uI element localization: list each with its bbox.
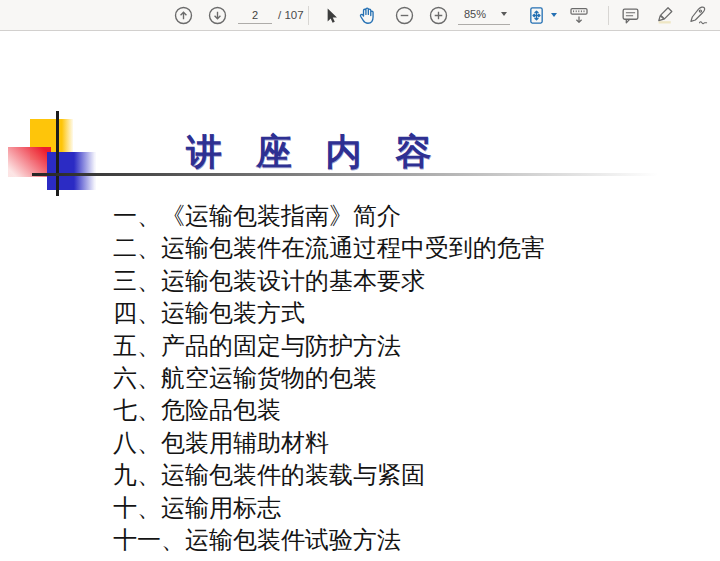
next-page-button[interactable] (206, 4, 229, 27)
toc-item: 七、危险品包装 (113, 394, 673, 426)
toc-item: 二、运输包装件在流通过程中受到的危害 (113, 232, 673, 264)
toc-item: 五、产品的固定与防护方法 (113, 330, 673, 362)
zoom-level-control[interactable]: 85% (458, 5, 510, 25)
fountain-pen-icon (687, 5, 709, 27)
toc-item: 三、运输包装设计的基本要求 (113, 265, 673, 297)
comment-tool-button[interactable] (617, 4, 643, 27)
highlighter-icon (655, 5, 676, 26)
pdf-viewer-window: / 107 (0, 0, 720, 561)
pdf-toolbar: / 107 (0, 0, 720, 31)
table-of-contents: 一、《运输包装指南》简介 二、运输包装件在流通过程中受到的危害 三、运输包装设计… (113, 200, 673, 556)
toc-item: 十、运输用标志 (113, 492, 673, 524)
decoration-blue-square (47, 152, 96, 190)
comment-bubble-icon (620, 5, 641, 26)
hand-tool-icon (357, 5, 378, 26)
arrow-up-circle-icon (173, 5, 194, 26)
page-number-input[interactable] (238, 6, 272, 24)
select-tool-button[interactable] (318, 4, 342, 27)
fit-page-icon (526, 5, 547, 26)
zoom-level-value: 85% (464, 8, 486, 20)
page-total-label: / 107 (278, 9, 304, 21)
previous-page-button[interactable] (172, 4, 195, 27)
chevron-down-icon[interactable] (551, 13, 557, 17)
toc-item: 四、运输包装方式 (113, 297, 673, 329)
toc-item: 一、《运输包装指南》简介 (113, 200, 673, 232)
pdf-page: 讲 座 内 容 一、《运输包装指南》简介 二、运输包装件在流通过程中受到的危害 … (0, 31, 720, 561)
zoom-out-button[interactable] (392, 4, 416, 27)
fit-page-button[interactable] (524, 4, 548, 27)
slide-title: 讲 座 内 容 (186, 128, 443, 177)
decoration-vertical-line (56, 111, 59, 196)
plus-circle-icon (428, 5, 449, 26)
fill-sign-button[interactable] (684, 4, 712, 27)
arrow-down-circle-icon (207, 5, 228, 26)
toolbar-divider (308, 6, 309, 25)
toc-item: 六、航空运输货物的包装 (113, 362, 673, 394)
toolbar-divider (608, 6, 609, 25)
toc-item: 八、包装用辅助材料 (113, 427, 673, 459)
collapse-toolbar-icon (568, 5, 590, 27)
minus-circle-icon (394, 5, 415, 26)
cursor-arrow-icon (321, 6, 340, 25)
zoom-in-button[interactable] (426, 4, 450, 27)
toc-item: 九、运输包装件的装载与紧固 (113, 459, 673, 491)
hand-tool-button[interactable] (354, 4, 380, 27)
toc-item: 十一、运输包装件试验方法 (113, 524, 673, 556)
highlight-tool-button[interactable] (652, 4, 678, 27)
collapse-toolbar-button[interactable] (566, 4, 592, 27)
chevron-down-icon (501, 12, 507, 16)
